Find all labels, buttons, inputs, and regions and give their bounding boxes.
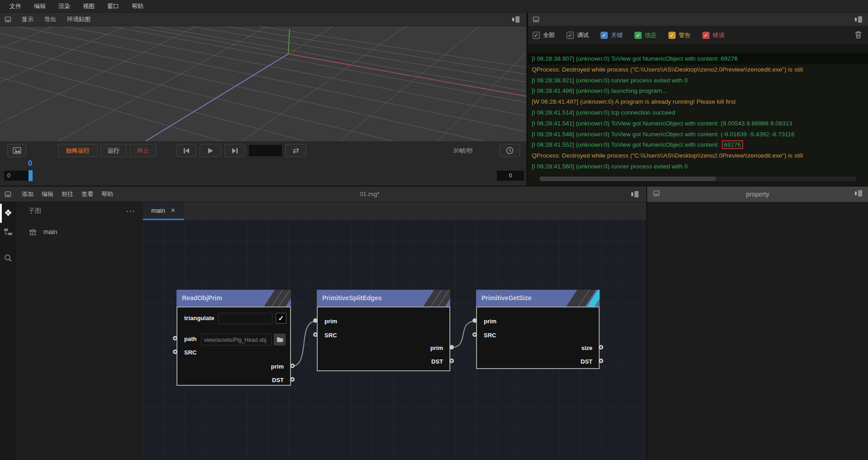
log-line[interactable]: [I 06:28:41.560] (unknown:0) runner proc… [528,161,868,172]
input-socket-prim[interactable] [313,318,318,323]
run-button[interactable]: 运行 [100,144,127,157]
editor-menu-item-3[interactable]: 查看 [77,189,97,199]
log-line[interactable]: [I 06:28:41.541] (unknown:0) ToView got … [528,118,868,129]
panel-divider[interactable] [526,13,528,187]
timeline-cursor[interactable] [29,170,33,181]
menubar-item-1[interactable]: 编辑 [30,1,50,12]
log-line[interactable]: [I 06:28:41.514] (unknown:0) tcp connect… [528,107,868,118]
close-icon[interactable]: ✕ [171,207,176,214]
editor-menu-item-1[interactable]: 编辑 [38,189,57,199]
subgraph-rail-icon[interactable]: ❖ [0,205,16,221]
panel-divider[interactable] [646,187,647,460]
node-header[interactable]: PrimitiveGetSize [476,290,600,307]
log-filter-信息[interactable]: ✓信息 [634,31,657,39]
log-filter-错误[interactable]: ✓错误 [702,31,725,39]
input-socket-SRC[interactable] [173,350,177,354]
log-line[interactable]: QProcess: Destroyed while process ("C:\\… [528,64,868,75]
log-scrollbar-handle[interactable] [539,177,716,181]
checkbox-triangulate[interactable]: ✓ [276,313,286,324]
viewport-toolbar-item-1[interactable]: 导出 [41,14,60,24]
param-input-triangulate[interactable] [218,313,272,324]
log-scrollbar[interactable] [539,177,856,181]
editor-menu-items: 添加编辑前往查看帮助 [18,189,117,199]
tree-rail-icon[interactable] [0,224,16,240]
dock-layout-icon[interactable] [512,16,520,24]
dock-layout-icon[interactable] [631,191,639,199]
checkbox-icon[interactable]: ✓ [533,32,540,39]
frame-input[interactable] [248,144,282,157]
play-button[interactable] [200,144,221,157]
viewport-toolbar-item-0[interactable]: 显示 [18,14,37,24]
log-filter-调试[interactable]: ✓调试 [567,31,589,39]
port-label-DST: DST [581,358,592,365]
checkbox-icon[interactable]: ✓ [567,32,574,39]
skip-to-end-button[interactable] [224,144,245,157]
menubar-item-0[interactable]: 文件 [5,1,25,12]
editor-menu-item-0[interactable]: 添加 [18,189,38,199]
viewport-3d-canvas[interactable] [0,26,526,141]
node-PrimitiveSplitEdges[interactable]: PrimitiveSplitEdgesprimSRCprimDST [317,290,450,371]
subgraph-item-main[interactable]: main [16,225,143,238]
play-icon [207,148,214,154]
dock-layout-icon[interactable] [854,190,863,198]
log-filter-关键[interactable]: ✓关键 [601,31,623,39]
checkbox-icon[interactable]: ✓ [668,32,676,39]
checkbox-icon[interactable]: ✓ [702,32,710,39]
log-line[interactable]: QProcess: Destroyed while process ("C:\\… [528,150,868,161]
log-line[interactable]: [I 06:28:38.907] (unknown:0) ToView got … [528,53,868,64]
menubar-item-3[interactable]: 视图 [79,1,99,12]
viewport-toolbar-item-2[interactable]: 环境贴图 [63,14,94,24]
clear-log-button[interactable] [855,31,862,40]
log-text: [I 06:28:41.486] (unknown:0) launching p… [532,87,667,94]
dock-layout-icon[interactable] [854,16,863,24]
output-socket-DST[interactable] [599,359,603,363]
log-highlight-box: 69276 [722,140,744,149]
log-filter-警告[interactable]: ✓警告 [668,31,691,39]
console-panel: ✓全部✓调试✓关键✓信息✓警告✓错误 [I 06:28:38.907] (unk… [528,13,868,187]
input-socket-prim[interactable] [472,318,477,323]
node-PrimitiveGetSize[interactable]: PrimitiveGetSizeprimSRCsizeDST [476,290,600,369]
frame-end-input[interactable]: 0 [496,170,525,181]
frame-start-input[interactable]: 0 [4,170,29,181]
input-socket-path[interactable] [173,336,177,340]
checkbox-icon[interactable]: ✓ [601,32,608,39]
log-filter-全部[interactable]: ✓全部 [533,31,555,39]
subgraph-more-button[interactable]: ··· [126,207,136,215]
log-line[interactable]: [I 06:28:41.552] (unknown:0) ToView got … [528,139,868,150]
node-ReadObjPrim[interactable]: ReadObjPrimtriangulate✓pathview/assets/P… [176,290,291,386]
editor-menu-item-4[interactable]: 帮助 [97,189,117,199]
param-input-path[interactable]: view/assets/Pig_Head.obj [201,334,272,345]
node-header[interactable]: PrimitiveSplitEdges [317,290,450,307]
log-line[interactable]: [I 06:28:41.546] (unknown:0) ToView got … [528,129,868,140]
node-wire[interactable] [291,321,317,366]
skip-to-start-button[interactable] [176,144,196,157]
output-socket-prim[interactable] [290,364,295,368]
checkbox-icon[interactable]: ✓ [634,32,642,39]
input-socket-SRC[interactable] [313,332,318,337]
panel-divider[interactable] [0,186,868,187]
node-graph-canvas[interactable]: ReadObjPrimtriangulate✓pathview/assets/P… [143,220,646,460]
output-socket-DST[interactable] [290,377,295,382]
menubar-item-4[interactable]: 窗口 [103,1,123,12]
log-text: [I 06:28:38.921] (unknown:0) runner proc… [532,77,687,84]
timer-button[interactable] [499,144,520,157]
tab-label: main [151,207,165,214]
kill-button[interactable]: 终止 [129,144,157,157]
output-socket-prim[interactable] [449,345,454,350]
output-socket-DST[interactable] [449,359,454,363]
loop-button[interactable] [285,144,306,157]
log-line[interactable]: [W 06:28:41.497] (unknown:0) A program i… [528,96,868,107]
menubar-item-5[interactable]: 帮助 [128,1,148,12]
input-socket-SRC[interactable] [472,332,477,337]
node-header[interactable]: ReadObjPrim [176,290,291,307]
tab-main[interactable]: main ✕ [143,202,184,220]
snapshot-button[interactable] [7,144,26,157]
output-socket-size[interactable] [599,345,603,350]
editor-menu-item-2[interactable]: 前往 [57,189,77,199]
always-run-button[interactable]: 始终运行 [58,144,98,157]
browse-file-button[interactable] [274,334,286,345]
log-line[interactable]: [I 06:28:41.486] (unknown:0) launching p… [528,86,868,96]
log-line[interactable]: [I 06:28:38.921] (unknown:0) runner proc… [528,75,868,86]
search-rail-icon[interactable] [0,250,16,266]
menubar-item-2[interactable]: 渲染 [54,1,74,12]
